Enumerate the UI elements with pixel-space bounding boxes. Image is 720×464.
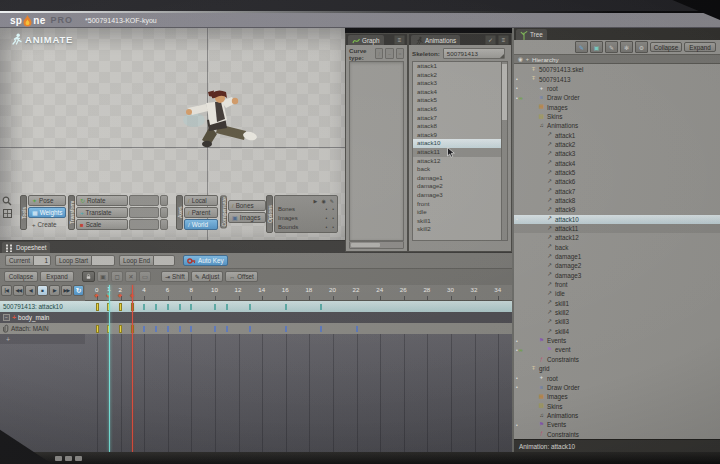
bone-track-row[interactable]: − + body_main [0, 312, 512, 323]
animation-item[interactable]: attack9 [413, 131, 501, 140]
rotate-key-button[interactable] [160, 195, 168, 206]
zoom-tool-icon[interactable] [2, 196, 12, 206]
offset-button[interactable]: ↔Offset [225, 271, 258, 282]
keyframe-diamond-icon[interactable]: ◆ [95, 292, 99, 298]
keyframe-marker-secondary[interactable] [190, 304, 192, 310]
current-frame-field[interactable]: Current 1 [5, 255, 51, 266]
tree-node[interactable]: ↗attack4 [514, 158, 720, 167]
animation-item[interactable]: attack8 [413, 122, 501, 131]
tree-expand-button[interactable]: Expand [684, 42, 716, 52]
keyframe-marker[interactable] [119, 303, 122, 311]
animations-tab[interactable]: Animations [411, 35, 460, 45]
rotate-value-field[interactable] [129, 195, 159, 206]
animation-item[interactable]: idle [413, 208, 501, 217]
tree-node[interactable]: ▧Skins [514, 401, 720, 410]
flake-icon[interactable]: ✻ [620, 41, 633, 53]
tree-node[interactable]: ↗attack12 [514, 233, 720, 242]
visibility-dot-icon[interactable]: • [516, 375, 518, 381]
next-key-button[interactable]: ▶▶ [61, 285, 72, 296]
tree-node[interactable]: ↗attack5 [514, 168, 720, 177]
dopesheet-collapse-button[interactable]: Collapse [4, 271, 38, 282]
scale-button[interactable]: ■Scale [76, 219, 128, 230]
tree-node[interactable]: ↗skill3 [514, 317, 720, 326]
keyframe-marker[interactable] [119, 325, 122, 333]
animation-item[interactable]: attack7 [413, 114, 501, 123]
paint-option-icon[interactable]: ✎ [330, 198, 334, 204]
tree-node[interactable]: •⚑Events [514, 336, 720, 345]
animation-item[interactable]: attack6 [413, 105, 501, 114]
curve-bezier-button[interactable]: ~ [385, 48, 393, 59]
visibility-dot-icon[interactable]: • [516, 95, 518, 101]
tree-node[interactable]: ƒConstraints [514, 429, 720, 438]
grid-view-icon[interactable] [3, 209, 12, 218]
animation-track-row[interactable]: 500791413: attack10 [0, 301, 512, 312]
visibility-dot-icon[interactable]: • [516, 347, 518, 353]
keyframe-marker-secondary[interactable] [167, 326, 169, 332]
animation-item[interactable]: back [413, 165, 501, 174]
tree-node[interactable]: ↗damage1 [514, 252, 720, 261]
timeline-ruler[interactable]: 02468101214161820222426283032341▼◆◆◆◆ [85, 285, 512, 301]
translate-button[interactable]: +Translate [76, 207, 128, 218]
create-button[interactable]: +Create [28, 219, 66, 230]
character-sprite[interactable] [180, 90, 264, 154]
tree-node[interactable]: •↗attack10 [514, 215, 720, 224]
tree-node[interactable]: •∞⚑event [514, 345, 720, 354]
add-track-row[interactable]: + [0, 334, 85, 344]
playhead-line[interactable] [109, 285, 110, 452]
tree-node[interactable]: •+root [514, 84, 720, 93]
play-button[interactable]: ▶ [49, 285, 60, 296]
graph-curve-list[interactable] [349, 61, 404, 241]
tree-node[interactable]: Ŧ500791413.skel [514, 65, 720, 74]
animation-item[interactable]: attack5 [413, 96, 501, 105]
editor-viewport[interactable]: ANIMATE Tools [0, 28, 345, 240]
options-row-images[interactable]: Images•• [278, 213, 334, 222]
keyframe-marker-secondary[interactable] [190, 326, 192, 332]
curve-linear-button[interactable]: / [375, 48, 383, 59]
translate-value-field[interactable] [129, 207, 159, 218]
visibility-dot-icon[interactable]: • [516, 85, 518, 91]
animation-item[interactable]: front [413, 200, 501, 209]
keyframe-marker-secondary[interactable] [143, 304, 145, 310]
compensate-bones-button[interactable]: /Bones [228, 200, 266, 211]
attachment-track-row[interactable]: Attach: MAIN [0, 323, 512, 334]
visibility-dot-icon[interactable]: • [516, 338, 518, 344]
clean-up-button[interactable]: ◻ [111, 271, 123, 282]
axes-local-button[interactable]: /Local [184, 195, 218, 206]
tree-node[interactable]: ↗skill1 [514, 299, 720, 308]
pen2-icon[interactable]: ✎ [605, 41, 618, 53]
keyframe-marker-secondary[interactable] [285, 326, 287, 332]
animation-item[interactable]: skill1 [413, 217, 501, 226]
keyframe-marker-secondary[interactable] [320, 326, 322, 332]
dopesheet-expand-button[interactable]: Expand [40, 271, 74, 282]
keyframe-marker-secondary[interactable] [179, 326, 181, 332]
keyframe-marker-secondary[interactable] [356, 326, 358, 332]
paste-keys-button[interactable]: ▭ [139, 271, 151, 282]
tree-node[interactable]: ↗attack9 [514, 205, 720, 214]
prev-key-button[interactable]: ◀◀ [13, 285, 24, 296]
tree-node[interactable]: ↗attack2 [514, 140, 720, 149]
animation-item[interactable]: attack1 [413, 62, 501, 71]
animation-item[interactable]: attack3 [413, 79, 501, 88]
compensate-images-button[interactable]: ▣Images [228, 212, 266, 223]
tree-node[interactable]: ↗back [514, 243, 720, 252]
keyframe-marker-secondary[interactable] [226, 304, 228, 310]
keyframe-marker-secondary[interactable] [214, 304, 216, 310]
animation-item[interactable]: attack4 [413, 88, 501, 97]
weights-button[interactable]: ▦Weights [28, 207, 66, 218]
collapse-track-icon[interactable]: − [3, 314, 10, 321]
tree-node[interactable]: ↗attack6 [514, 177, 720, 186]
visibility-dot-icon[interactable]: • [516, 422, 518, 428]
animation-item[interactable]: attack12 [413, 157, 501, 166]
tree-node[interactable]: ↗skill2 [514, 308, 720, 317]
tree-node[interactable]: •≡Draw Order [514, 383, 720, 392]
tree-node[interactable]: ↗skill4 [514, 327, 720, 336]
rotate-button[interactable]: ↻Rotate [76, 195, 128, 206]
tree-collapse-button[interactable]: Collapse [650, 42, 682, 52]
animation-item[interactable]: attack10 [413, 139, 501, 148]
keyframe-marker-secondary[interactable] [320, 304, 322, 310]
tree-node[interactable]: ↗attack8 [514, 196, 720, 205]
axes-world-button[interactable]: /World [184, 219, 218, 230]
animations-scrollbar[interactable] [501, 61, 508, 241]
options-row-bounds[interactable]: Bounds•• [278, 222, 334, 231]
eye-option-icon[interactable]: ◉ [321, 198, 325, 204]
